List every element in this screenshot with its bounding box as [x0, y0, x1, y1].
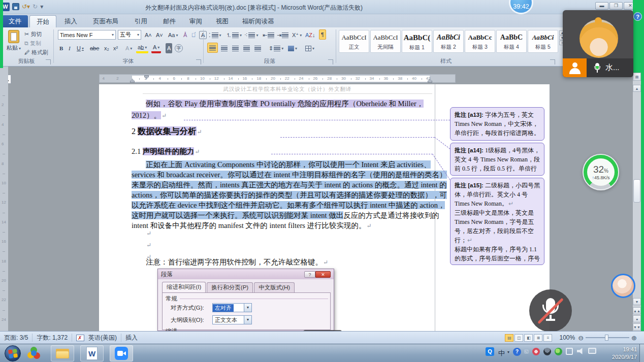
- tray-hidden-icons-button[interactable]: ◱: [524, 349, 529, 354]
- status-insert-mode[interactable]: 插入: [125, 334, 138, 342]
- tab-home[interactable]: 开始: [29, 15, 56, 27]
- doc-note-line[interactable]: 注意：首行缩进两字符用软件控制，不允许敲空格键。↵: [146, 257, 328, 267]
- doc-line[interactable]: 2012）。↵: [132, 111, 167, 120]
- bullets-icon[interactable]: ⁚▾: [207, 30, 223, 40]
- doc-heading-2[interactable]: 2 数据收集与分析↵: [132, 126, 202, 137]
- status-language[interactable]: 英语(美国): [88, 334, 117, 342]
- status-page-count[interactable]: 页面: 3/5: [4, 334, 28, 342]
- tab-file[interactable]: 文件: [2, 15, 28, 27]
- view-draft-icon[interactable]: ≡: [543, 334, 552, 342]
- scroll-down-icon[interactable]: ▼: [633, 298, 641, 305]
- style-heading1[interactable]: AaBbC(标题 1: [402, 30, 432, 53]
- tray-plug-icon[interactable]: [566, 348, 573, 355]
- decrease-indent-icon[interactable]: ⇤: [261, 30, 276, 40]
- cut-button[interactable]: ✂ 剪切: [24, 30, 42, 38]
- doc-line[interactable]: actions，你可以简单的描述你要执行的操作的类型（并且可以有选择的描述你要处…: [132, 190, 447, 200]
- align-center-button[interactable]: [219, 43, 229, 53]
- style-normal[interactable]: AaBbCcI正文: [339, 30, 369, 53]
- text-effects-icon[interactable]: A▾: [124, 43, 134, 53]
- tray-network-icon[interactable]: [588, 348, 596, 354]
- style-heading5[interactable]: AaBbCi标题 5: [528, 30, 558, 53]
- font-name-combo[interactable]: Times New F▾: [58, 30, 116, 40]
- shrink-font-icon[interactable]: A˅: [154, 30, 165, 40]
- doc-line[interactable]: 来显示的启动组件。然而，intents 真正强大的地方在与关于 intent 的…: [132, 180, 447, 190]
- styles-dialog-launcher-icon[interactable]: [550, 59, 555, 64]
- tray-flower-icon[interactable]: [532, 348, 540, 355]
- app-icon-colorful[interactable]: [27, 347, 41, 360]
- asian-layout-icon[interactable]: X⁺▾: [291, 30, 303, 40]
- font-color-icon[interactable]: A▾: [151, 43, 161, 53]
- style-heading3[interactable]: AaBbCc标题 3: [465, 30, 495, 53]
- tray-volume-icon[interactable]: [577, 347, 585, 355]
- format-painter-button[interactable]: 🖉 格式刷: [24, 49, 48, 56]
- zoom-slider-thumb[interactable]: [605, 335, 608, 341]
- line-spacing-icon[interactable]: ⇕▾: [267, 43, 285, 53]
- strikethrough-icon[interactable]: abe: [88, 43, 101, 53]
- taskbar-word-button[interactable]: W: [80, 345, 104, 361]
- zoom-in-icon[interactable]: ⊕: [631, 334, 637, 342]
- start-button[interactable]: [5, 345, 21, 361]
- scrollbar-thumb[interactable]: [633, 179, 640, 203]
- show-desktop-button[interactable]: [639, 344, 644, 362]
- taskbar-clock[interactable]: 19:41 2020/9/17: [612, 346, 637, 361]
- multilevel-list-icon[interactable]: ⁖▾: [243, 30, 260, 40]
- tray-input-q-icon[interactable]: Q: [486, 347, 494, 356]
- style-heading2[interactable]: AaBbCi标题 2: [433, 30, 464, 53]
- distribute-button[interactable]: [253, 43, 263, 53]
- status-word-count[interactable]: 字数: 1,372: [37, 334, 68, 342]
- doc-line[interactable]: 正如在上面 Activating Components 中讨论的那样，你可以使用…: [132, 160, 431, 170]
- font-size-combo[interactable]: 五号▾: [118, 30, 141, 40]
- tab-review[interactable]: 审阅: [183, 15, 209, 27]
- microphone-muted-button[interactable]: [529, 289, 572, 332]
- bold-button[interactable]: B: [58, 43, 65, 53]
- tray-help-icon[interactable]: ?: [513, 348, 521, 356]
- doc-line[interactable]: intent 和设备中其他程序的 manifest 文件的 intent fil…: [132, 221, 372, 231]
- numbering-icon[interactable]: ⒈▾: [224, 30, 243, 40]
- tray-ime-arrow-icon[interactable]: ▾: [507, 350, 509, 354]
- align-left-button[interactable]: [207, 43, 218, 53]
- participant-view-button[interactable]: [563, 58, 587, 77]
- superscript-icon[interactable]: x²: [112, 43, 119, 53]
- tab-view[interactable]: 视图: [209, 15, 235, 27]
- phonetic-guide-icon[interactable]: 变́: [190, 30, 197, 40]
- style-no-spacing[interactable]: AaBbCcI无间隔: [370, 30, 401, 53]
- underline-button[interactable]: U▾: [75, 43, 85, 53]
- italic-button[interactable]: I: [67, 43, 72, 53]
- doc-line[interactable]: 例如，谷歌 Play 使用审查制度审查 PO tentially 危险的应用程序…: [132, 99, 424, 109]
- shading-icon[interactable]: ▾: [286, 43, 299, 53]
- zoom-level[interactable]: 100%: [559, 334, 575, 341]
- tray-agent-icon[interactable]: [543, 348, 551, 355]
- tab-foxit[interactable]: 福昕阅读器: [236, 15, 281, 27]
- tab-page-layout[interactable]: 页面布局: [86, 15, 125, 27]
- zoom-out-icon[interactable]: ⊖: [578, 334, 584, 342]
- tab-insert[interactable]: 插入: [58, 15, 84, 27]
- spellcheck-status-icon[interactable]: ✗: [76, 335, 84, 341]
- tray-green-ball-icon[interactable]: [555, 348, 562, 355]
- paragraph-dialog-launcher-icon[interactable]: [328, 59, 333, 64]
- network-speed-float-ball[interactable]: 32% ↑45.8K/s: [583, 154, 619, 190]
- tab-references[interactable]: 引用: [128, 15, 154, 27]
- justify-button[interactable]: [242, 43, 251, 53]
- zoom-slider[interactable]: [586, 337, 629, 338]
- view-print-layout-icon[interactable]: ▤: [505, 334, 513, 342]
- previous-page-icon[interactable]: ▲▲: [633, 307, 641, 314]
- grow-font-icon[interactable]: A˄: [143, 30, 153, 40]
- clear-formatting-icon[interactable]: A̽: [182, 30, 188, 40]
- vertical-ruler[interactable]: 24681012141618202224: [0, 67, 8, 331]
- ruler-toggle-icon[interactable]: ▤: [633, 73, 641, 81]
- floating-contact-avatar[interactable]: [611, 274, 635, 298]
- vertical-scrollbar[interactable]: ▤ ▲ ▼ ▲▲ ● ▼▼: [633, 73, 641, 331]
- minimize-button[interactable]: ▬: [595, 2, 608, 10]
- increase-indent-icon[interactable]: ⇥: [275, 30, 290, 40]
- enclose-characters-icon[interactable]: 字: [175, 44, 183, 52]
- taskbar-explorer-button[interactable]: [51, 345, 74, 361]
- align-right-button[interactable]: [231, 43, 240, 53]
- subscript-icon[interactable]: x₂: [103, 43, 111, 53]
- change-case-icon[interactable]: Aa▾: [167, 30, 179, 40]
- doc-line[interactable]: 这时用户就可以选择一个来执行。系统可以识别能对某 intent 做出反应的方式是…: [132, 211, 439, 220]
- character-shading-icon[interactable]: A: [166, 43, 172, 53]
- help-bubble-icon[interactable]: ?: [633, 12, 642, 21]
- tray-ime-indicator[interactable]: 中: [498, 349, 505, 358]
- comment-a14[interactable]: 批注 [a14]: 1级标题，4号黑体，英文 4 号 Times New Rom…: [450, 143, 544, 176]
- maximize-button[interactable]: ❐: [609, 2, 623, 10]
